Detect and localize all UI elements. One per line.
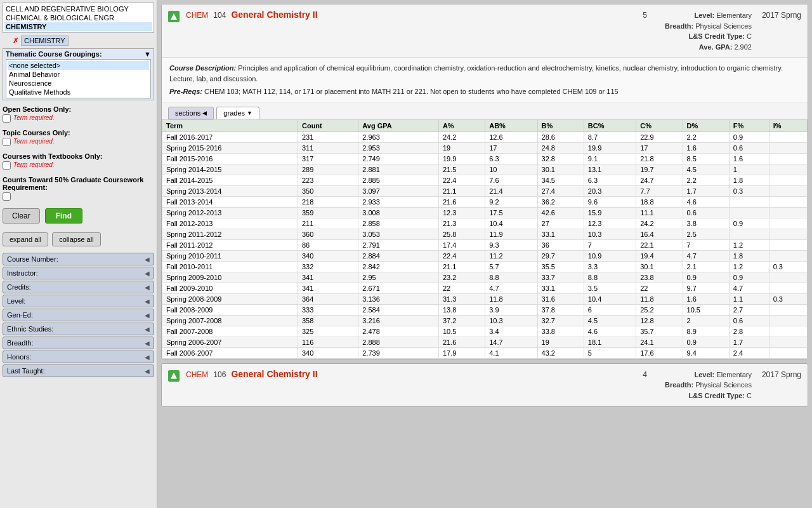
col-d: D% <box>683 119 729 131</box>
course-icon-1[interactable] <box>168 370 180 382</box>
thematic-option-animal[interactable]: Animal Behavior <box>8 70 149 79</box>
grade-cell-8-0: Fall 2012-2013 <box>162 218 298 229</box>
filter-ethnic-studies[interactable]: Ethnic Studies: ◀ <box>3 323 154 335</box>
thematic-option-none[interactable]: <none selected> <box>8 61 149 70</box>
grade-cell-16-10 <box>769 304 807 315</box>
textbooks-label: Courses with Textbooks Only: <box>3 152 154 160</box>
tab-sections-0[interactable]: sections ◀ <box>168 107 214 119</box>
grade-cell-0-6: 8.7 <box>584 131 636 142</box>
grade-cell-9-7: 16.4 <box>636 229 683 239</box>
topic-courses-note: Term required. <box>13 138 55 145</box>
grade-cell-11-6: 10.9 <box>584 250 636 261</box>
course-description-0: Course Description: Principles and appli… <box>162 58 808 103</box>
dept-item-chemistry[interactable]: CHEMISTRY <box>4 22 152 31</box>
graduate-checkbox[interactable] <box>3 192 11 201</box>
grade-cell-9-3: 25.8 <box>438 229 485 239</box>
course-year-1: 2017 Sprng <box>762 370 801 379</box>
grade-cell-19-2: 2.888 <box>358 337 439 347</box>
grade-cell-20-2: 2.739 <box>358 347 439 358</box>
grade-cell-7-4: 17.5 <box>485 207 537 218</box>
grade-cell-4-1: 223 <box>298 175 358 185</box>
grade-cell-6-3: 21.6 <box>438 196 485 207</box>
grade-cell-1-2: 2.953 <box>358 142 439 153</box>
textbooks-section: Courses with Textbooks Only: Term requir… <box>3 150 154 171</box>
course-name-1: General Chemistry II <box>231 369 317 379</box>
grade-cell-14-10 <box>769 283 807 293</box>
clear-button[interactable]: Clear <box>3 208 40 224</box>
grade-cell-7-3: 12.3 <box>438 207 485 218</box>
dept-item-cell-bio[interactable]: CELL AND REGENERATIVE BIOLOGY <box>4 4 152 13</box>
grade-cell-8-6: 12.3 <box>584 218 636 229</box>
thematic-option-qual[interactable]: Qualitative Methods <box>8 88 149 97</box>
thematic-dropdown: <none selected> Animal Behavior Neurosci… <box>6 59 151 98</box>
filter-instructor[interactable]: Instructor: ◀ <box>3 267 154 279</box>
filter-last-taught[interactable]: Last Taught: ◀ <box>3 364 154 377</box>
department-list: CELL AND REGENERATIVE BIOLOGY CHEMICAL &… <box>3 3 154 33</box>
grade-cell-3-3: 21.5 <box>438 164 485 175</box>
course-card-1: CHEM 106 General Chemistry II 4 Level: E… <box>161 363 808 408</box>
filter-gen-ed[interactable]: Gen-Ed: ◀ <box>3 309 154 321</box>
filter-course-number[interactable]: Course Number: ◀ <box>3 253 154 265</box>
course-main-info-0: CHEM 104 General Chemistry II 5 Level: E… <box>186 10 801 52</box>
filter-instructor-arrow: ◀ <box>145 270 150 277</box>
grade-cell-0-0: Fall 2016-2017 <box>162 131 298 142</box>
topic-courses-checkbox[interactable] <box>3 138 11 146</box>
grade-cell-15-1: 364 <box>298 293 358 304</box>
grade-cell-11-5: 29.7 <box>537 250 584 261</box>
grade-cell-8-10 <box>769 218 807 229</box>
expand-collapse-row: expand all collapse all <box>3 232 154 246</box>
grade-cell-9-2: 3.053 <box>358 229 439 239</box>
col-c: C% <box>636 119 683 131</box>
grade-cell-3-10 <box>769 164 807 175</box>
grade-cell-12-1: 332 <box>298 261 358 272</box>
open-sections-section: Open Sections Only: Term required. <box>3 103 154 124</box>
grade-cell-17-4: 10.3 <box>485 315 537 326</box>
grade-cell-14-8: 9.7 <box>683 283 729 293</box>
filter-level[interactable]: Level: ◀ <box>3 295 154 307</box>
thematic-header[interactable]: Thematic Course Groupings: ▼ <box>6 50 151 58</box>
grade-cell-12-3: 21.1 <box>438 261 485 272</box>
grade-cell-12-4: 5.7 <box>485 261 537 272</box>
col-i: I% <box>769 119 807 131</box>
grade-cell-4-10 <box>769 175 807 185</box>
grade-cell-5-7: 7.7 <box>636 185 683 196</box>
sidebar: CELL AND REGENERATIVE BIOLOGY CHEMICAL &… <box>0 0 157 508</box>
col-count: Count <box>298 119 358 131</box>
open-sections-checkbox[interactable] <box>3 114 11 123</box>
filter-credits[interactable]: Credits: ◀ <box>3 281 154 293</box>
grade-table-0: Term Count Avg GPA A% AB% B% BC% C% D% F… <box>162 119 808 359</box>
remove-filter-button[interactable]: ✗ <box>13 37 18 45</box>
grade-cell-20-7: 17.6 <box>636 347 683 358</box>
dept-item-chem-bio-engr[interactable]: CHEMICAL & BIOLOGICAL ENGR <box>4 13 152 22</box>
grade-cell-20-5: 43.2 <box>537 347 584 358</box>
grade-cell-17-8: 2 <box>683 315 729 326</box>
grade-cell-1-0: Spring 2015-2016 <box>162 142 298 153</box>
find-button[interactable]: Find <box>45 208 82 224</box>
grade-cell-2-0: Fall 2015-2016 <box>162 153 298 164</box>
tab-sections-arrow-0: ◀ <box>202 110 207 116</box>
course-icon-0[interactable] <box>168 11 180 22</box>
grade-cell-13-9: 0.9 <box>729 272 769 283</box>
expand-all-button[interactable]: expand all <box>3 232 48 246</box>
thematic-dropdown-arrow[interactable]: ▼ <box>144 50 151 58</box>
thematic-option-neuro[interactable]: Neuroscience <box>8 79 149 88</box>
grade-cell-2-7: 21.8 <box>636 153 683 164</box>
collapse-all-button[interactable]: collapse all <box>52 232 100 246</box>
grade-cell-11-8: 4.7 <box>683 250 729 261</box>
filter-breadth[interactable]: Breadth: ◀ <box>3 337 154 349</box>
grade-cell-20-6: 5 <box>584 347 636 358</box>
col-avg-gpa: Avg GPA <box>358 119 439 131</box>
grade-cell-16-8: 10.5 <box>683 304 729 315</box>
grade-cell-15-6: 10.4 <box>584 293 636 304</box>
grade-cell-9-8: 2.5 <box>683 229 729 239</box>
grade-cell-18-4: 3.4 <box>485 326 537 337</box>
textbooks-checkbox[interactable] <box>3 161 11 170</box>
tab-grades-0[interactable]: grades ▼ <box>216 107 259 119</box>
col-ab: AB% <box>485 119 537 131</box>
grade-cell-12-9: 1.2 <box>729 261 769 272</box>
course-credits-1: 4 <box>643 370 647 379</box>
grade-cell-11-1: 340 <box>298 250 358 261</box>
grade-cell-6-7: 18.8 <box>636 196 683 207</box>
grade-cell-12-2: 2.842 <box>358 261 439 272</box>
filter-honors[interactable]: Honors: ◀ <box>3 351 154 363</box>
